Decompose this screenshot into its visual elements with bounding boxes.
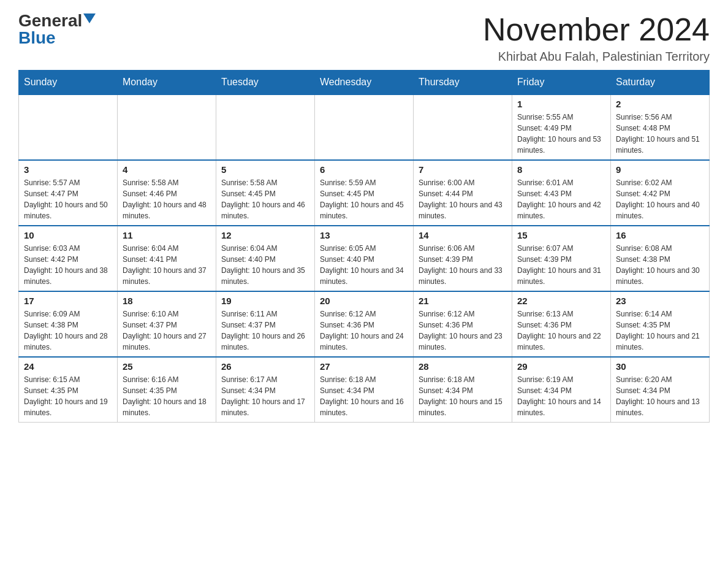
calendar-cell: 19Sunrise: 6:11 AMSunset: 4:37 PMDayligh…	[216, 291, 315, 357]
day-number: 1	[517, 99, 605, 109]
calendar-cell: 5Sunrise: 5:58 AMSunset: 4:45 PMDaylight…	[216, 160, 315, 226]
day-number: 7	[419, 164, 507, 175]
day-number: 20	[320, 296, 408, 306]
logo-triangle-icon	[83, 13, 96, 23]
calendar-week-5: 24Sunrise: 6:15 AMSunset: 4:35 PMDayligh…	[19, 357, 710, 423]
day-number: 30	[616, 361, 704, 372]
day-number: 5	[221, 164, 309, 175]
calendar-cell: 23Sunrise: 6:14 AMSunset: 4:35 PMDayligh…	[611, 291, 710, 357]
day-number: 13	[320, 230, 408, 240]
calendar-cell: 4Sunrise: 5:58 AMSunset: 4:46 PMDaylight…	[118, 160, 216, 226]
calendar-cell: 27Sunrise: 6:18 AMSunset: 4:34 PMDayligh…	[315, 357, 414, 423]
calendar-header-thursday: Thursday	[414, 71, 512, 95]
calendar-cell: 1Sunrise: 5:55 AMSunset: 4:49 PMDaylight…	[512, 94, 611, 160]
calendar-cell: 22Sunrise: 6:13 AMSunset: 4:36 PMDayligh…	[512, 291, 611, 357]
day-number: 17	[24, 296, 112, 306]
day-info: Sunrise: 6:15 AMSunset: 4:35 PMDaylight:…	[24, 374, 112, 418]
calendar-week-3: 10Sunrise: 6:03 AMSunset: 4:42 PMDayligh…	[19, 226, 710, 291]
day-info: Sunrise: 6:08 AMSunset: 4:38 PMDaylight:…	[616, 243, 704, 287]
day-number: 21	[419, 296, 507, 306]
calendar-cell: 9Sunrise: 6:02 AMSunset: 4:42 PMDaylight…	[611, 160, 710, 226]
day-number: 29	[517, 361, 605, 372]
calendar-week-1: 1Sunrise: 5:55 AMSunset: 4:49 PMDaylight…	[19, 94, 710, 160]
day-info: Sunrise: 6:18 AMSunset: 4:34 PMDaylight:…	[419, 374, 507, 418]
day-info: Sunrise: 6:19 AMSunset: 4:34 PMDaylight:…	[517, 374, 605, 418]
calendar-cell: 21Sunrise: 6:12 AMSunset: 4:36 PMDayligh…	[414, 291, 512, 357]
calendar-cell: 29Sunrise: 6:19 AMSunset: 4:34 PMDayligh…	[512, 357, 611, 423]
day-info: Sunrise: 6:17 AMSunset: 4:34 PMDaylight:…	[221, 374, 309, 418]
calendar-cell: 17Sunrise: 6:09 AMSunset: 4:38 PMDayligh…	[19, 291, 118, 357]
day-info: Sunrise: 6:12 AMSunset: 4:36 PMDaylight:…	[320, 308, 408, 353]
calendar-header-friday: Friday	[512, 71, 611, 95]
calendar-cell	[414, 94, 512, 160]
day-info: Sunrise: 6:10 AMSunset: 4:37 PMDaylight:…	[123, 308, 211, 353]
day-number: 6	[320, 164, 408, 175]
day-info: Sunrise: 6:06 AMSunset: 4:39 PMDaylight:…	[419, 243, 507, 287]
calendar-header-tuesday: Tuesday	[216, 71, 315, 95]
calendar-header-sunday: Sunday	[19, 71, 118, 95]
title-block: November 2024 Khirbat Abu Falah, Palesti…	[483, 12, 710, 64]
calendar-cell: 14Sunrise: 6:06 AMSunset: 4:39 PMDayligh…	[414, 226, 512, 291]
calendar-cell: 10Sunrise: 6:03 AMSunset: 4:42 PMDayligh…	[19, 226, 118, 291]
day-info: Sunrise: 6:04 AMSunset: 4:40 PMDaylight:…	[221, 243, 309, 287]
calendar-header-row: SundayMondayTuesdayWednesdayThursdayFrid…	[19, 71, 710, 95]
calendar-cell: 6Sunrise: 5:59 AMSunset: 4:45 PMDaylight…	[315, 160, 414, 226]
calendar-cell: 2Sunrise: 5:56 AMSunset: 4:48 PMDaylight…	[611, 94, 710, 160]
calendar-header-monday: Monday	[118, 71, 216, 95]
calendar-cell: 20Sunrise: 6:12 AMSunset: 4:36 PMDayligh…	[315, 291, 414, 357]
logo: General Blue	[18, 12, 96, 47]
calendar-cell	[315, 94, 414, 160]
day-info: Sunrise: 5:56 AMSunset: 4:48 PMDaylight:…	[616, 112, 704, 156]
day-info: Sunrise: 6:18 AMSunset: 4:34 PMDaylight:…	[320, 374, 408, 418]
day-number: 25	[123, 361, 211, 372]
day-info: Sunrise: 6:13 AMSunset: 4:36 PMDaylight:…	[517, 308, 605, 353]
day-info: Sunrise: 6:12 AMSunset: 4:36 PMDaylight:…	[419, 308, 507, 353]
day-number: 2	[616, 99, 704, 109]
day-info: Sunrise: 6:11 AMSunset: 4:37 PMDaylight:…	[221, 308, 309, 353]
calendar-cell: 11Sunrise: 6:04 AMSunset: 4:41 PMDayligh…	[118, 226, 216, 291]
calendar-cell: 7Sunrise: 6:00 AMSunset: 4:44 PMDaylight…	[414, 160, 512, 226]
day-number: 26	[221, 361, 309, 372]
logo-blue-text: Blue	[18, 29, 56, 47]
day-number: 19	[221, 296, 309, 306]
day-info: Sunrise: 6:01 AMSunset: 4:43 PMDaylight:…	[517, 177, 605, 221]
day-number: 15	[517, 230, 605, 240]
day-number: 4	[123, 164, 211, 175]
day-info: Sunrise: 5:58 AMSunset: 4:45 PMDaylight:…	[221, 177, 309, 221]
day-number: 8	[517, 164, 605, 175]
day-info: Sunrise: 6:03 AMSunset: 4:42 PMDaylight:…	[24, 243, 112, 287]
logo-general-text: General	[18, 12, 82, 29]
day-number: 16	[616, 230, 704, 240]
day-number: 11	[123, 230, 211, 240]
day-info: Sunrise: 6:05 AMSunset: 4:40 PMDaylight:…	[320, 243, 408, 287]
calendar-cell: 13Sunrise: 6:05 AMSunset: 4:40 PMDayligh…	[315, 226, 414, 291]
day-number: 28	[419, 361, 507, 372]
day-info: Sunrise: 5:59 AMSunset: 4:45 PMDaylight:…	[320, 177, 408, 221]
day-number: 22	[517, 296, 605, 306]
calendar-cell: 28Sunrise: 6:18 AMSunset: 4:34 PMDayligh…	[414, 357, 512, 423]
calendar-cell: 3Sunrise: 5:57 AMSunset: 4:47 PMDaylight…	[19, 160, 118, 226]
day-info: Sunrise: 6:00 AMSunset: 4:44 PMDaylight:…	[419, 177, 507, 221]
day-number: 18	[123, 296, 211, 306]
day-number: 14	[419, 230, 507, 240]
calendar-header-wednesday: Wednesday	[315, 71, 414, 95]
day-info: Sunrise: 6:02 AMSunset: 4:42 PMDaylight:…	[616, 177, 704, 221]
day-info: Sunrise: 6:07 AMSunset: 4:39 PMDaylight:…	[517, 243, 605, 287]
day-number: 24	[24, 361, 112, 372]
day-info: Sunrise: 6:16 AMSunset: 4:35 PMDaylight:…	[123, 374, 211, 418]
calendar-cell: 30Sunrise: 6:20 AMSunset: 4:34 PMDayligh…	[611, 357, 710, 423]
day-number: 23	[616, 296, 704, 306]
calendar-cell: 24Sunrise: 6:15 AMSunset: 4:35 PMDayligh…	[19, 357, 118, 423]
day-info: Sunrise: 5:55 AMSunset: 4:49 PMDaylight:…	[517, 112, 605, 156]
day-number: 9	[616, 164, 704, 175]
day-info: Sunrise: 6:09 AMSunset: 4:38 PMDaylight:…	[24, 308, 112, 353]
day-number: 3	[24, 164, 112, 175]
calendar-cell	[216, 94, 315, 160]
day-number: 27	[320, 361, 408, 372]
month-title: November 2024	[483, 12, 710, 47]
day-info: Sunrise: 6:20 AMSunset: 4:34 PMDaylight:…	[616, 374, 704, 418]
day-number: 12	[221, 230, 309, 240]
calendar-week-4: 17Sunrise: 6:09 AMSunset: 4:38 PMDayligh…	[19, 291, 710, 357]
day-info: Sunrise: 6:14 AMSunset: 4:35 PMDaylight:…	[616, 308, 704, 353]
calendar-cell: 15Sunrise: 6:07 AMSunset: 4:39 PMDayligh…	[512, 226, 611, 291]
